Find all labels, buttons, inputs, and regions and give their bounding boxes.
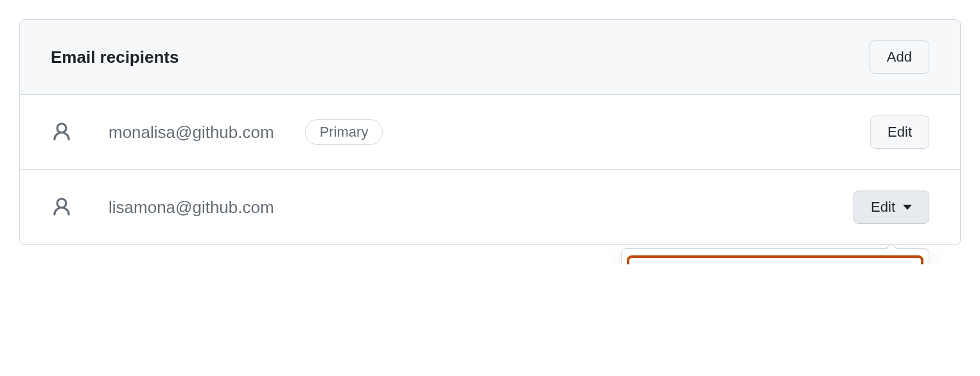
recipient-email: lisamona@github.com: [109, 198, 274, 218]
person-icon: [51, 196, 73, 218]
mark-as-primary-item[interactable]: Mark as primary: [628, 257, 922, 264]
edit-button-label: Edit: [871, 199, 895, 216]
primary-badge: Primary: [305, 119, 383, 145]
recipient-email: monalisa@github.com: [109, 123, 274, 142]
add-button[interactable]: Add: [870, 40, 929, 74]
recipient-row: monalisa@github.com Primary Edit: [20, 95, 960, 170]
edit-button-label: Edit: [888, 124, 912, 141]
panel-title: Email recipients: [51, 47, 179, 67]
email-recipients-panel: Email recipients Add monalisa@github.com…: [19, 19, 961, 245]
caret-down-icon: [903, 205, 912, 210]
edit-dropdown-menu: Mark as primary Remove: [621, 248, 929, 264]
person-icon: [51, 121, 73, 143]
add-button-label: Add: [887, 49, 912, 65]
recipient-row: lisamona@github.com Edit Mark as primary…: [20, 170, 960, 244]
panel-header: Email recipients Add: [20, 20, 960, 95]
edit-dropdown-button[interactable]: Edit: [853, 191, 929, 224]
edit-button[interactable]: Edit: [870, 115, 929, 149]
